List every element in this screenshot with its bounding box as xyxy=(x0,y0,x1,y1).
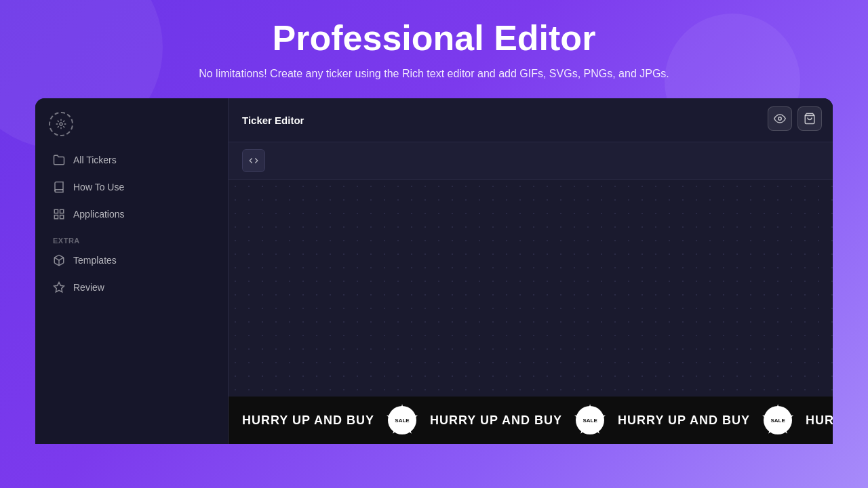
svg-rect-5 xyxy=(60,216,64,219)
svg-rect-3 xyxy=(54,209,58,213)
editor-canvas: HURRY UP AND BUY SALE HURRY UP AND BUY S… xyxy=(229,180,833,444)
ticker-content: HURRY UP AND BUY SALE HURRY UP AND BUY S… xyxy=(229,406,833,434)
ticker-text-2: HURRY UP AND BUY xyxy=(416,413,576,428)
editor-toolbar xyxy=(229,142,833,180)
page-title: Professional Editor xyxy=(14,19,854,58)
ticker-text-4: HURRY UP AND BUY xyxy=(792,413,833,428)
sidebar-nav: All Tickers How To Use Applications xyxy=(35,147,228,227)
sidebar-item-label: How To Use xyxy=(73,182,124,192)
star-icon xyxy=(53,281,65,293)
bag-icon-button[interactable] xyxy=(797,106,822,131)
editor-header: Ticker Editor Save xyxy=(229,98,833,142)
logo-icon xyxy=(56,119,66,129)
sidebar-extra-label: Extra xyxy=(35,227,228,247)
svg-point-0 xyxy=(778,117,782,121)
shopping-bag-icon xyxy=(804,113,816,125)
grid-icon xyxy=(53,208,65,220)
sidebar-item-applications[interactable]: Applications xyxy=(43,201,220,227)
sale-badge-2: SALE xyxy=(576,406,604,434)
app-header-icons xyxy=(768,106,822,131)
code-view-button[interactable] xyxy=(242,149,265,172)
sidebar-item-all-tickers[interactable]: All Tickers xyxy=(43,147,220,173)
sidebar-item-templates[interactable]: Templates xyxy=(43,247,220,273)
eye-icon xyxy=(774,113,786,125)
folder-icon xyxy=(53,154,65,166)
code-icon xyxy=(249,156,258,165)
eye-icon-button[interactable] xyxy=(768,106,792,131)
svg-rect-4 xyxy=(60,209,64,213)
ticker-banner: HURRY UP AND BUY SALE HURRY UP AND BUY S… xyxy=(229,396,833,444)
svg-point-2 xyxy=(60,123,62,125)
logo-circle xyxy=(49,112,73,136)
sidebar-item-how-to-use[interactable]: How To Use xyxy=(43,174,220,200)
sidebar: All Tickers How To Use Applications Extr… xyxy=(35,98,229,444)
ticker-text-1: HURRY UP AND BUY xyxy=(229,413,388,428)
book-icon xyxy=(53,181,65,193)
svg-rect-6 xyxy=(54,216,58,219)
sidebar-item-label: Review xyxy=(73,282,104,293)
svg-marker-8 xyxy=(54,283,64,292)
box-icon xyxy=(53,254,65,266)
sale-badge-1: SALE xyxy=(388,406,416,434)
page-header: Professional Editor No limitations! Crea… xyxy=(0,0,868,98)
sidebar-item-label: All Tickers xyxy=(73,155,117,165)
sidebar-item-review[interactable]: Review xyxy=(43,274,220,300)
sidebar-item-label: Templates xyxy=(73,255,117,266)
main-editor: Ticker Editor Save xyxy=(229,98,833,444)
page-subtitle: No limitations! Create any ticker using … xyxy=(14,66,854,82)
app-container: All Tickers How To Use Applications Extr… xyxy=(35,98,833,444)
sale-badge-3: SALE xyxy=(764,406,792,434)
editor-title: Ticker Editor xyxy=(242,115,304,126)
sidebar-logo xyxy=(35,106,228,147)
ticker-text-3: HURRY UP AND BUY xyxy=(604,413,764,428)
sidebar-item-label: Applications xyxy=(73,209,125,220)
sidebar-extra-nav: Templates Review xyxy=(35,247,228,300)
